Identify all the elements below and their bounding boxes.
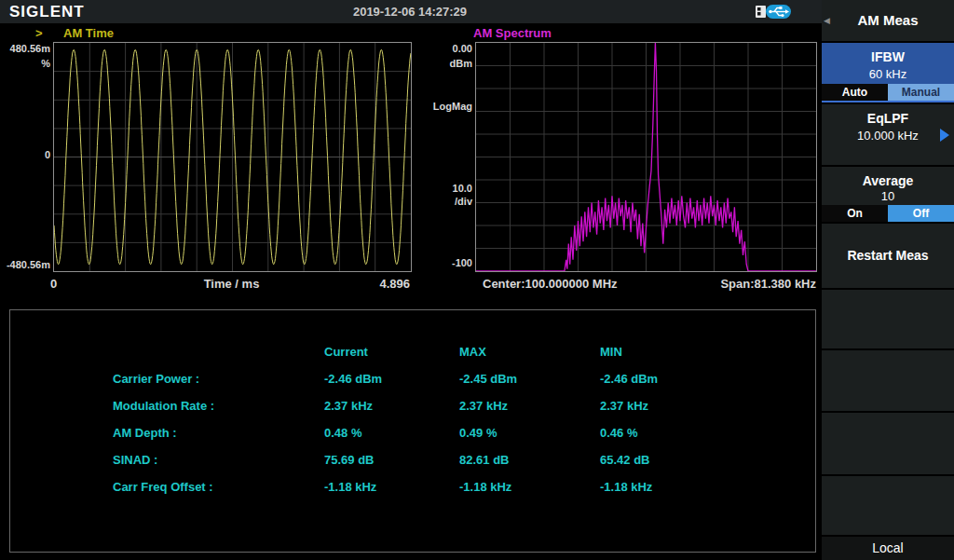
softkey-eqlpf[interactable]: EqLPF 10.000 kHz bbox=[822, 104, 954, 165]
menu-title-bar: ◀ AM Meas bbox=[822, 0, 954, 41]
menu-back-arrow-icon: ◀ bbox=[824, 16, 830, 25]
spectrum-floor-label: -100 bbox=[419, 257, 472, 268]
table-row-am-depth: AM Depth : 0.48 % 0.49 % 0.46 % bbox=[10, 419, 815, 446]
spectrum-ref-unit: dBm bbox=[419, 58, 472, 69]
local-status: Local bbox=[822, 537, 954, 560]
softkey-empty-2 bbox=[822, 350, 954, 411]
table-row-carrier-power: Carrier Power : -2.46 dBm -2.45 dBm -2.4… bbox=[10, 365, 815, 392]
softkey-empty-3 bbox=[822, 413, 954, 474]
softkey-empty-1 bbox=[822, 290, 954, 348]
softkey-ifbw-label: IFBW bbox=[822, 43, 954, 64]
measurement-table: Current MAX MIN Carrier Power : -2.46 dB… bbox=[10, 338, 815, 500]
usb-icon bbox=[766, 5, 791, 19]
time-y-zero-label: 0 bbox=[0, 149, 50, 160]
spectrum-scale-label: LogMag bbox=[419, 101, 472, 112]
softkey-empty-4 bbox=[822, 476, 954, 535]
value-max: 82.61 dB bbox=[459, 453, 600, 467]
trace-marker: > bbox=[35, 26, 43, 40]
softkey-ifbw[interactable]: IFBW 60 kHz Auto Manual bbox=[822, 43, 954, 102]
measurement-results-panel: Current MAX MIN Carrier Power : -2.46 dB… bbox=[9, 309, 816, 553]
value-current: 0.48 % bbox=[324, 426, 459, 440]
time-chart-title: AM Time bbox=[63, 26, 114, 40]
time-y-max-label: 480.56m bbox=[0, 43, 50, 54]
local-status-label: Local bbox=[822, 537, 954, 555]
time-y-unit-label: % bbox=[0, 58, 50, 69]
softkey-restart-meas-label: Restart Meas bbox=[822, 224, 954, 263]
row-label: SINAD : bbox=[113, 453, 324, 467]
value-max: 2.37 kHz bbox=[459, 399, 600, 413]
spectrum-div-label: 10.0 bbox=[419, 183, 472, 194]
spectrum-span-label: Span:81.380 kHz bbox=[630, 277, 816, 291]
time-plot-area bbox=[53, 42, 412, 272]
value-min: -1.18 kHz bbox=[600, 480, 815, 494]
spectrum-chart-title: AM Spectrum bbox=[473, 26, 552, 40]
softkey-average-label: Average bbox=[822, 167, 954, 188]
ifbw-manual-toggle[interactable]: Manual bbox=[888, 84, 954, 101]
submenu-arrow-icon bbox=[940, 129, 949, 142]
softkey-average[interactable]: Average 10 On Off bbox=[822, 167, 954, 222]
value-max: 0.49 % bbox=[459, 426, 600, 440]
value-current: -2.46 dBm bbox=[324, 372, 459, 386]
time-x-end-label: 4.896 bbox=[317, 277, 410, 291]
spectrum-ref-label: 0.00 bbox=[419, 43, 472, 54]
row-label: AM Depth : bbox=[113, 426, 324, 440]
top-status-bar: SIGLENT 2019-12-06 14:27:29 bbox=[0, 0, 954, 23]
storage-icon bbox=[756, 6, 766, 18]
average-on-toggle[interactable]: On bbox=[822, 205, 888, 222]
row-label: Carrier Power : bbox=[113, 372, 324, 386]
table-row-sinad: SINAD : 75.69 dB 82.61 dB 65.42 dB bbox=[10, 446, 815, 473]
status-icons bbox=[755, 4, 792, 20]
menu-title: AM Meas bbox=[822, 0, 954, 28]
spectrum-plot-area bbox=[475, 42, 817, 272]
value-min: 65.42 dB bbox=[600, 453, 815, 467]
row-label: Carr Freq Offset : bbox=[113, 480, 324, 494]
value-min: -2.46 dBm bbox=[600, 372, 815, 386]
softkey-menu: ◀ AM Meas IFBW 60 kHz Auto Manual EqLPF … bbox=[822, 0, 954, 560]
spectrum-div-unit: /div bbox=[419, 196, 472, 207]
value-max: -1.18 kHz bbox=[459, 480, 600, 494]
softkey-eqlpf-label: EqLPF bbox=[822, 104, 954, 126]
value-current: -1.18 kHz bbox=[324, 480, 459, 494]
column-header-max: MAX bbox=[459, 345, 600, 359]
value-current: 75.69 dB bbox=[324, 453, 459, 467]
softkey-restart-meas[interactable]: Restart Meas bbox=[822, 224, 954, 288]
value-min: 0.46 % bbox=[600, 426, 815, 440]
table-row-modulation-rate: Modulation Rate : 2.37 kHz 2.37 kHz 2.37… bbox=[10, 392, 815, 419]
column-header-min: MIN bbox=[600, 345, 815, 359]
table-row-carr-freq-offset: Carr Freq Offset : -1.18 kHz -1.18 kHz -… bbox=[10, 473, 815, 500]
value-current: 2.37 kHz bbox=[324, 399, 459, 413]
analyzer-screen: SIGLENT 2019-12-06 14:27:29 bbox=[0, 0, 954, 560]
softkey-eqlpf-value: 10.000 kHz bbox=[822, 126, 954, 143]
column-header-current: Current bbox=[324, 345, 459, 359]
softkey-ifbw-value: 60 kHz bbox=[822, 64, 954, 81]
table-header-row: Current MAX MIN bbox=[10, 338, 815, 365]
ifbw-auto-toggle[interactable]: Auto bbox=[822, 84, 888, 101]
value-max: -2.45 dBm bbox=[459, 372, 600, 386]
spectrum-center-freq-label: Center:100.000000 MHz bbox=[483, 277, 618, 291]
row-label: Modulation Rate : bbox=[113, 399, 324, 413]
datetime-display: 2019-12-06 14:27:29 bbox=[0, 5, 820, 19]
time-y-min-label: -480.56m bbox=[0, 259, 50, 270]
average-off-toggle[interactable]: Off bbox=[888, 205, 954, 222]
value-min: 2.37 kHz bbox=[600, 399, 815, 413]
softkey-average-value: 10 bbox=[822, 188, 954, 203]
